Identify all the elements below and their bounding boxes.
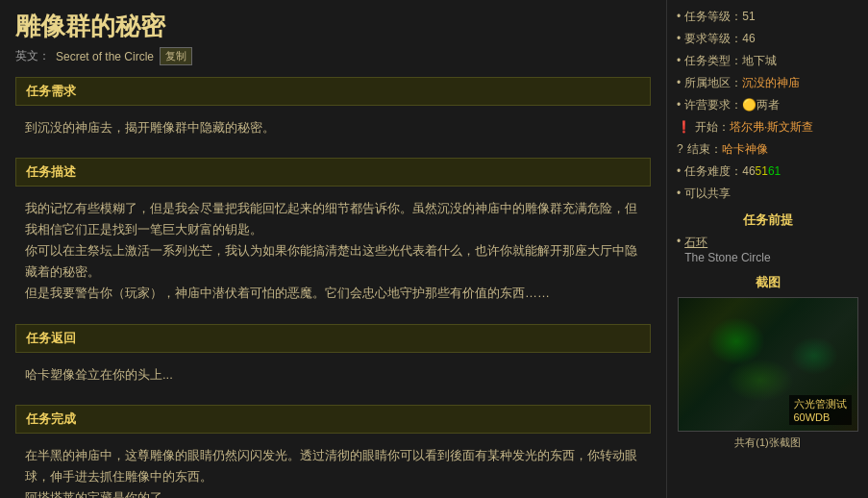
info-bullet: ❗: [677, 118, 691, 136]
info-bullet: •: [677, 52, 681, 69]
prereq-link[interactable]: 石环: [684, 236, 707, 249]
map-image[interactable]: 六光管测试60WDB: [678, 297, 858, 432]
info-item: •可以共享: [677, 185, 858, 202]
info-value-link[interactable]: 哈卡神像: [722, 140, 768, 158]
info-value: 51: [742, 8, 755, 25]
quest-section-requirements: 任务需求到沉没的神庙去，揭开雕像群中隐藏的秘密。: [15, 77, 651, 148]
section-content-description: 我的记忆有些模糊了，但是我会尽量把我能回忆起来的细节都告诉你。虽然沉没的神庙中的…: [15, 192, 651, 313]
left-panel: 雕像群的秘密 英文： Secret of the Circle 复制 任务需求到…: [0, 0, 666, 498]
info-item: ❗开始：塔尔弗·斯文斯查: [677, 118, 858, 136]
info-value-link[interactable]: 沉没的神庙: [742, 74, 800, 91]
info-label: 任务等级：: [684, 8, 742, 25]
info-bullet: •: [677, 74, 681, 91]
info-item: •任务难度：46 51 61: [677, 162, 858, 180]
coin-icon: 🟡: [742, 96, 756, 113]
info-value: 地下城: [742, 52, 777, 69]
quest-section-reward: 任务返回哈卡塑像耸立在你的头上...: [15, 324, 651, 395]
info-item: •要求等级：46: [677, 30, 858, 47]
info-bullet: •: [677, 185, 681, 202]
section-content-requirements: 到沉没的神庙去，揭开雕像群中隐藏的秘密。: [15, 112, 651, 148]
info-bullet: •: [677, 96, 681, 113]
info-item: •任务类型：地下城: [677, 52, 858, 69]
info-item: •所属地区：沉没的神庙: [677, 74, 858, 91]
subtitle-label: 英文：: [15, 48, 50, 64]
page-title: 雕像群的秘密: [15, 10, 651, 43]
section-header-requirements: 任务需求: [15, 77, 651, 106]
compare-button[interactable]: 复制: [160, 47, 192, 65]
info-value: 两者: [756, 96, 780, 113]
right-panel: •任务等级：51•要求等级：46•任务类型：地下城•所属地区：沉没的神庙•许营要…: [666, 0, 868, 498]
info-label: 任务类型：: [684, 52, 742, 69]
diff-value-3: 61: [768, 162, 781, 180]
map-glow-3: [727, 359, 794, 402]
prereq-sublabel: The Stone Circle: [684, 251, 770, 264]
info-bullet: •: [677, 30, 681, 47]
prereq-item: •石环The Stone Circle: [677, 235, 858, 264]
info-bullet: •: [677, 162, 681, 180]
section-header-description: 任务描述: [15, 158, 651, 187]
map-overlay-text: 六光管测试60WDB: [789, 395, 852, 425]
info-item: •任务等级：51: [677, 8, 858, 25]
section-content-completion: 在半黑的神庙中，这尊雕像的眼睛仍然闪闪发光。透过清彻的眼睛你可以看到後面有某种发…: [15, 439, 651, 498]
map-title: 截图: [677, 274, 858, 291]
diff-value-1: 46: [742, 162, 755, 180]
subtitle-row: 英文： Secret of the Circle 复制: [15, 47, 651, 65]
info-value: 46: [742, 30, 755, 47]
info-bullet: •: [677, 8, 681, 25]
info-label: 可以共享: [684, 185, 731, 202]
prereq-content: 石环The Stone Circle: [684, 235, 770, 264]
section-content-reward: 哈卡塑像耸立在你的头上...: [15, 359, 651, 395]
info-value-link[interactable]: 塔尔弗·斯文斯查: [730, 118, 813, 136]
info-label: 结束：: [687, 140, 722, 158]
prereq-container: •石环The Stone Circle: [677, 235, 858, 264]
info-items-container: •任务等级：51•要求等级：46•任务类型：地下城•所属地区：沉没的神庙•许营要…: [677, 8, 858, 202]
info-label: 要求等级：: [684, 30, 742, 47]
diff-value-2: 51: [756, 162, 768, 180]
main-layout: 雕像群的秘密 英文： Secret of the Circle 复制 任务需求到…: [0, 0, 868, 498]
prereq-bullet: •: [677, 235, 681, 248]
section-header-reward: 任务返回: [15, 324, 651, 353]
sections-container: 任务需求到沉没的神庙去，揭开雕像群中隐藏的秘密。任务描述我的记忆有些模糊了，但是…: [15, 77, 651, 498]
info-label: 任务难度：: [684, 162, 742, 180]
prereq-title: 任务前提: [677, 212, 858, 229]
info-item: ?结束：哈卡神像: [677, 140, 858, 158]
section-header-completion: 任务完成: [15, 405, 651, 434]
info-bullet: ?: [677, 140, 683, 158]
subtitle-english: Secret of the Circle: [56, 50, 154, 63]
info-label: 许营要求：: [684, 96, 742, 113]
quest-section-description: 任务描述我的记忆有些模糊了，但是我会尽量把我能回忆起来的细节都告诉你。虽然沉没的…: [15, 158, 651, 313]
info-label: 开始：: [695, 118, 730, 136]
map-glow-2: [790, 336, 838, 375]
quest-section-completion: 任务完成在半黑的神庙中，这尊雕像的眼睛仍然闪闪发光。透过清彻的眼睛你可以看到後面…: [15, 405, 651, 498]
map-caption: 共有(1)张截图: [677, 436, 858, 450]
info-label: 所属地区：: [684, 74, 742, 91]
info-item: •许营要求：🟡 两者: [677, 96, 858, 113]
